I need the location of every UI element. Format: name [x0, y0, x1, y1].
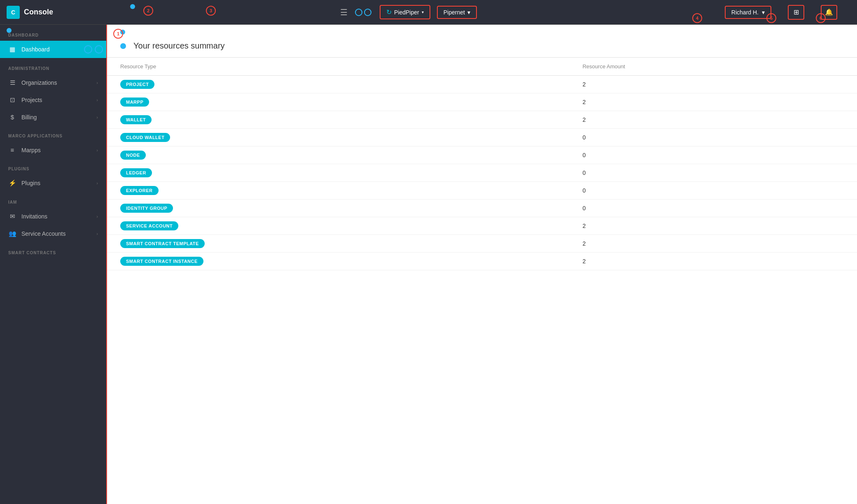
hamburger-button[interactable]: ☰	[337, 6, 351, 19]
user-label: Richard H.	[731, 9, 759, 16]
resource-badge: SMART CONTRACT INSTANCE	[120, 257, 203, 266]
table-row: PROJECT2	[107, 76, 857, 93]
sidebar-plugins-label: Plugins	[21, 180, 96, 186]
sidebar-item-plugins[interactable]: ⚡ Plugins ›	[0, 174, 106, 192]
table-header: Resource Type Resource Amount	[107, 58, 857, 76]
sidebar-item-dashboard[interactable]: ▦ Dashboard	[0, 41, 106, 58]
sidebar-section-smart-contracts: SMART CONTRACTS	[0, 242, 106, 258]
sidebar-item-organizations[interactable]: ☰ Organizations ›	[0, 74, 106, 91]
resource-badge: CLOUD WALLET	[120, 133, 170, 142]
resource-amount-cell: 2	[569, 217, 857, 235]
resource-type-cell: LEDGER	[107, 164, 569, 182]
resource-type-cell: CLOUD WALLET	[107, 129, 569, 146]
sidebar-section-dashboard: DASHBOARD	[0, 25, 106, 41]
resource-type-cell: WALLET	[107, 111, 569, 129]
sidebar-item-marpps[interactable]: ≡ Marpps ›	[0, 142, 106, 158]
sidebar-section-iam: IAM	[0, 192, 106, 208]
resource-amount-cell: 2	[569, 76, 857, 93]
sidebar-projects-label: Projects	[21, 97, 96, 103]
resource-badge: MARPP	[120, 98, 149, 107]
sidebar-item-billing[interactable]: $ Billing ›	[0, 109, 106, 125]
header: C Console ☰ 1 ↻ PiedPiper ▾ 2 Pipernet ▾…	[0, 0, 857, 25]
projects-chevron-icon: ›	[96, 98, 98, 102]
table-row: MARPP2	[107, 93, 857, 111]
sidebar-service-accounts-label: Service Accounts	[21, 230, 96, 237]
resource-type-cell: NODE	[107, 146, 569, 164]
resource-type-cell: IDENTITY GROUP	[107, 200, 569, 217]
main-layout: DASHBOARD ▦ Dashboard ADMINISTRATION ☰ O…	[0, 25, 857, 504]
sidebar-marpps-label: Marpps	[21, 147, 96, 153]
page-title: Your resources summary	[133, 41, 225, 51]
resource-table: Resource Type Resource Amount PROJECT2MA…	[107, 58, 857, 270]
table-row: IDENTITY GROUP0	[107, 200, 857, 217]
active-indicator-b	[95, 45, 103, 53]
marpps-icon: ≡	[8, 146, 16, 153]
table-row: SERVICE ACCOUNT2	[107, 217, 857, 235]
table-row: EXPLORER0	[107, 182, 857, 200]
table-row: CLOUD WALLET0	[107, 129, 857, 146]
notifications-button[interactable]: 🔔	[821, 5, 837, 20]
sidebar-item-service-accounts[interactable]: 👥 Service Accounts ›	[0, 225, 106, 242]
table-row: NODE0	[107, 146, 857, 164]
resource-amount-cell: 0	[569, 146, 857, 164]
billing-icon: $	[8, 114, 16, 121]
resource-amount-cell: 0	[569, 164, 857, 182]
content-inner: Your resources summary Resource Type Res…	[107, 25, 857, 504]
service-accounts-chevron-icon: ›	[96, 231, 98, 236]
resource-amount-cell: 2	[569, 235, 857, 253]
resource-type-cell: SMART CONTRACT TEMPLATE	[107, 235, 569, 253]
projects-icon: ⊡	[8, 96, 16, 104]
resource-badge: SERVICE ACCOUNT	[120, 221, 178, 230]
sidebar: DASHBOARD ▦ Dashboard ADMINISTRATION ☰ O…	[0, 25, 107, 504]
net-chevron-icon: ▾	[467, 9, 470, 16]
table-row: SMART CONTRACT INSTANCE2	[107, 253, 857, 270]
resource-type-cell: SERVICE ACCOUNT	[107, 217, 569, 235]
annotation-2: 2	[143, 6, 153, 16]
sidebar-item-projects[interactable]: ⊡ Projects ›	[0, 91, 106, 109]
invitations-chevron-icon: ›	[96, 214, 98, 219]
invitations-icon: ✉	[8, 213, 16, 220]
sidebar-organizations-label: Organizations	[21, 79, 96, 86]
sidebar-billing-label: Billing	[21, 114, 96, 121]
table-row: WALLET2	[107, 111, 857, 129]
organizations-icon: ☰	[8, 79, 16, 86]
resource-amount-cell: 0	[569, 129, 857, 146]
resource-badge: LEDGER	[120, 168, 152, 177]
app-title: Console	[24, 8, 53, 16]
active-indicator-a	[84, 45, 92, 53]
net-label: Pipernet	[444, 9, 465, 16]
resource-badge: PROJECT	[120, 80, 154, 89]
plugins-chevron-icon: ›	[96, 181, 98, 186]
org-selector-button[interactable]: ↻ PiedPiper ▾	[380, 5, 430, 19]
sidebar-item-invitations[interactable]: ✉ Invitations ›	[0, 208, 106, 225]
resource-amount-cell: 2	[569, 253, 857, 270]
organizations-chevron-icon: ›	[96, 80, 98, 85]
billing-chevron-icon: ›	[96, 115, 98, 120]
resource-badge: SMART CONTRACT TEMPLATE	[120, 239, 205, 248]
bell-icon: 🔔	[825, 8, 833, 16]
apps-button[interactable]: ⊞	[788, 5, 804, 20]
apps-grid-icon: ⊞	[794, 8, 799, 16]
resource-type-cell: SMART CONTRACT INSTANCE	[107, 253, 569, 270]
dashboard-icon: ▦	[8, 46, 16, 53]
user-menu-button[interactable]: Richard H. ▾	[725, 6, 771, 19]
resource-badge: EXPLORER	[120, 186, 159, 195]
col-resource-type: Resource Type	[107, 58, 569, 76]
plugins-icon: ⚡	[8, 179, 16, 187]
resource-amount-cell: 0	[569, 200, 857, 217]
user-chevron-icon: ▾	[762, 9, 765, 16]
title-blue-dot	[120, 43, 126, 49]
table-body: PROJECT2MARPP2WALLET2CLOUD WALLET0NODE0L…	[107, 76, 857, 270]
content-header: Your resources summary	[107, 35, 857, 58]
resource-amount-cell: 0	[569, 182, 857, 200]
annotation-4: 4	[692, 13, 702, 23]
resource-type-cell: MARPP	[107, 93, 569, 111]
content-blue-dot	[120, 30, 125, 35]
header-right-area: Richard H. ▾ 4 ⊞ 5 🔔 6	[725, 5, 850, 20]
sidebar-section-marco: MARCO APPLICATIONS	[0, 125, 106, 142]
annotation-3: 3	[206, 6, 216, 16]
resource-badge: WALLET	[120, 115, 152, 124]
resource-type-cell: EXPLORER	[107, 182, 569, 200]
network-selector-button[interactable]: Pipernet ▾	[437, 6, 477, 19]
annotation-dot-a	[355, 9, 362, 16]
